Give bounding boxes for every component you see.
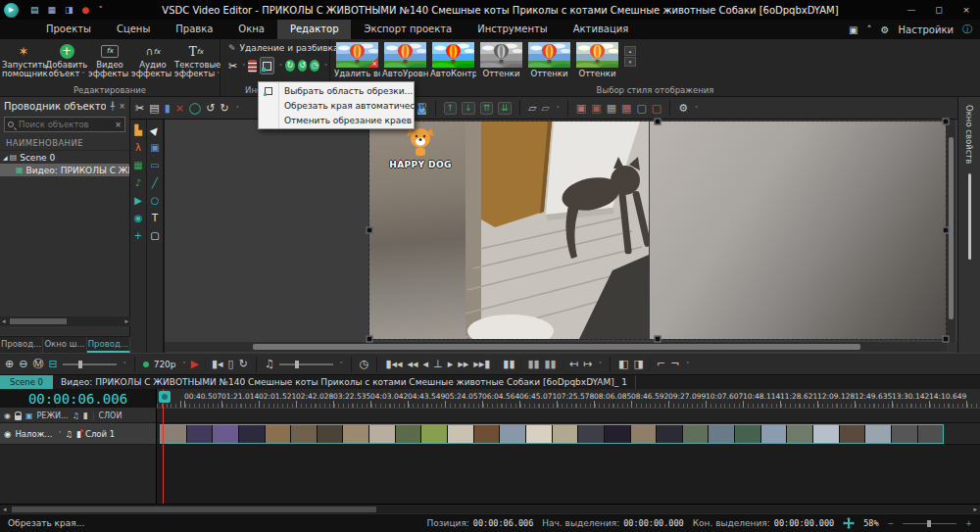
menu-tab-редактор[interactable]: Редактор: [277, 20, 352, 39]
video-object-selection[interactable]: HAPPY DOG: [369, 121, 946, 339]
filmstrip-frame[interactable]: [709, 425, 734, 443]
step-forward-icon[interactable]: ▸: [448, 359, 454, 369]
menu-tab-активация[interactable]: Активация: [561, 20, 642, 39]
pin-icon[interactable]: ╀: [110, 102, 115, 111]
selection-handle[interactable]: [943, 336, 950, 343]
selection-handle[interactable]: [655, 119, 662, 125]
film-icon[interactable]: ▮: [83, 411, 88, 420]
rotate-ccw-icon[interactable]: ↺: [298, 60, 308, 72]
rectangle-tool-icon[interactable]: ▭: [150, 161, 159, 170]
timeline-ruler[interactable]: 0000:40.50701:21.01402:01.52102:42.02803…: [157, 389, 980, 409]
rotate-cw-icon[interactable]: ↻: [285, 60, 295, 72]
ungroup-objects-icon[interactable]: ▣: [591, 103, 601, 114]
audio-effects-button[interactable]: ∩fxАудиоэффекты˅: [131, 42, 174, 78]
timeline-hscrollbar[interactable]: ◂ ▸: [0, 504, 980, 513]
style-vivid-button[interactable]: АвтоКонтраст: [430, 42, 476, 78]
timeline-zoom-out-icon[interactable]: ⊖: [19, 359, 27, 369]
minimize-button[interactable]: —: [898, 0, 925, 20]
snapshot-icon[interactable]: ▯: [228, 359, 234, 369]
filmstrip-frame[interactable]: [266, 425, 291, 443]
bring-forward-icon[interactable]: ▱: [528, 103, 536, 114]
settings-link[interactable]: Настройки: [899, 24, 954, 35]
go-to-end-icon[interactable]: ▸▸▮: [473, 359, 490, 369]
cut-icon[interactable]: ✂: [135, 103, 144, 114]
play-preview-icon[interactable]: ▶: [191, 359, 199, 369]
filmstrip-frame[interactable]: [918, 425, 944, 443]
snap-to-grid-icon[interactable]: ▦: [621, 103, 631, 114]
scroll-left-icon[interactable]: ◂: [2, 316, 6, 326]
collapse-ribbon-icon[interactable]: ˄: [867, 24, 872, 35]
volume-icon[interactable]: ♫: [265, 359, 274, 369]
scroll-thumb[interactable]: [12, 507, 376, 512]
open-project-icon[interactable]: ▦: [48, 0, 57, 20]
caret-down-icon[interactable]: ˅: [599, 361, 602, 367]
cursor-tool-icon[interactable]: ▶: [149, 124, 162, 136]
playhead-marker[interactable]: [159, 391, 171, 403]
filmstrip-frame[interactable]: [213, 425, 238, 443]
eye-icon[interactable]: ◉: [4, 429, 11, 439]
playhead-line[interactable]: [163, 389, 164, 504]
send-backward-icon[interactable]: ▱: [541, 103, 549, 114]
panel-scrollbar[interactable]: [968, 173, 971, 260]
filmstrip-frame[interactable]: [813, 425, 839, 443]
filmstrip-frame[interactable]: [369, 425, 395, 443]
add-animation-icon[interactable]: λ: [135, 143, 141, 153]
previous-frame-icon[interactable]: ◂◂: [407, 359, 417, 369]
delete-icon[interactable]: ×: [175, 103, 184, 114]
preview-hscrollbar[interactable]: [165, 342, 947, 352]
add-chart-icon[interactable]: ▙: [134, 125, 142, 135]
filmstrip-frame[interactable]: [396, 425, 421, 443]
clip-out-icon[interactable]: ↦: [583, 359, 592, 369]
ellipse-tool-icon[interactable]: ○: [151, 196, 160, 206]
next-frame-icon[interactable]: ▸▸: [458, 359, 468, 369]
caret-down-icon[interactable]: ˅: [557, 105, 560, 112]
preview-resolution[interactable]: 720p: [154, 360, 176, 369]
style-warm-button[interactable]: Оттенки: [574, 42, 620, 78]
film-record-icon[interactable]: ▮: [76, 429, 81, 439]
tree-item-1[interactable]: ▦Видео: ПРИКОЛЫ С ЖИВОТНЫ: [0, 164, 129, 176]
ellipse-select-icon[interactable]: ◯: [189, 103, 201, 114]
record-screen-icon[interactable]: ●: [82, 0, 90, 20]
filmstrip-frame[interactable]: [865, 425, 891, 443]
refresh-preview-icon[interactable]: ↻: [239, 359, 248, 369]
scroll-thumb[interactable]: [949, 137, 954, 319]
menu-item-0[interactable]: Выбрать область обрезки...: [259, 83, 414, 98]
timeline-zoom-slider[interactable]: [63, 360, 117, 369]
group-objects-icon[interactable]: ▣: [576, 103, 586, 114]
audio-icon[interactable]: ♫: [73, 411, 79, 420]
view-settings-icon[interactable]: ⚙: [678, 103, 688, 114]
filmstrip-frame[interactable]: [421, 425, 447, 443]
layer-raise-icon[interactable]: ⌐: [657, 359, 665, 369]
track-header-scene[interactable]: ◉ ▣ РЕЖИ... ♫ ▮ | СЛОИ: [0, 409, 157, 423]
fill-tool-icon[interactable]: ▮: [165, 103, 171, 114]
run-wizard-button[interactable]: ✶Запуститьпомощник˅: [2, 42, 45, 78]
add-image-icon[interactable]: ▦: [133, 161, 142, 170]
filmstrip-frame[interactable]: [840, 425, 865, 443]
scroll-thumb[interactable]: [10, 318, 67, 324]
zoom-in-icon[interactable]: +: [965, 519, 972, 528]
close-button[interactable]: ×: [953, 0, 980, 20]
layer-name[interactable]: Слой 1: [85, 429, 115, 439]
show-grid-icon[interactable]: ▦: [607, 103, 616, 114]
info-icon[interactable]: ⓘ: [962, 23, 972, 36]
mode-label[interactable]: РЕЖИ...: [37, 411, 69, 420]
speed-caret-icon[interactable]: ˅: [324, 63, 327, 70]
crop-caret-icon[interactable]: ˅: [279, 63, 282, 70]
caret-down-icon[interactable]: ˅: [340, 361, 343, 367]
delete-fragment-icon[interactable]: [248, 60, 257, 73]
save-project-icon[interactable]: ◨: [65, 0, 74, 20]
pause-at-start-icon[interactable]: ▮▮: [527, 359, 539, 369]
menu-tab-правка[interactable]: Правка: [163, 20, 225, 39]
move-to-bottom-icon[interactable]: ⇊: [498, 102, 512, 115]
panel-tab-2[interactable]: Провод...: [87, 337, 130, 353]
style-gray-button[interactable]: Оттенки: [478, 42, 524, 78]
move-up-icon[interactable]: ↑: [444, 102, 458, 115]
filmstrip-frame[interactable]: [578, 425, 604, 443]
cut-icon[interactable]: ✂: [228, 61, 237, 72]
mark-work-area-icon[interactable]: ▮◂: [212, 359, 223, 369]
filmstrip-frame[interactable]: [500, 425, 525, 443]
menu-tab-экспорт-проекта[interactable]: Экспорт проекта: [351, 20, 465, 39]
slider-thumb[interactable]: [927, 520, 931, 527]
filmstrip-frame[interactable]: [892, 425, 917, 443]
menu-tab-проекты[interactable]: Проекты: [33, 20, 104, 39]
